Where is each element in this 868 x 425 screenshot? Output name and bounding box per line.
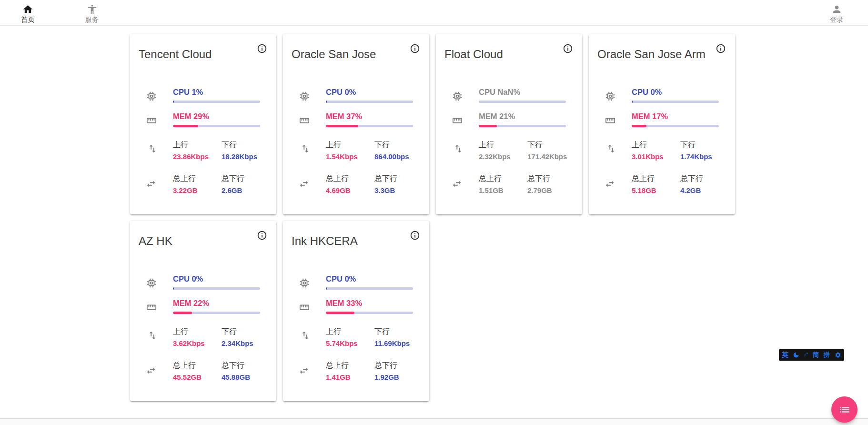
total-upload-label: 总上行 xyxy=(173,361,221,370)
net-upload: 上行 2.32Kbps xyxy=(479,140,526,161)
cpu-progress-bar xyxy=(632,101,719,103)
total-upload-label: 总上行 xyxy=(326,361,373,370)
cpu-chip-icon xyxy=(299,91,310,101)
server-list-fab[interactable] xyxy=(831,396,858,423)
upload-label: 上行 xyxy=(173,140,221,149)
mem-usage-text: MEM 29% xyxy=(173,112,209,121)
download-label: 下行 xyxy=(374,327,422,336)
info-icon xyxy=(716,43,726,54)
settings-gear-icon[interactable] xyxy=(835,352,841,358)
net-upload: 上行 5.74Kbps xyxy=(326,327,373,347)
ruler-icon xyxy=(605,115,616,126)
cpu-progress-bar xyxy=(173,101,260,103)
upload-label: 上行 xyxy=(632,140,679,149)
nav-login-label: 登录 xyxy=(830,16,844,23)
cpu-usage-text: CPU NaN% xyxy=(479,88,520,97)
net-upload: 上行 23.86Kbps xyxy=(173,140,221,161)
mem-usage-text: MEM 21% xyxy=(479,112,515,121)
download-speed: 864.00bps xyxy=(374,152,422,161)
download-label: 下行 xyxy=(222,327,269,336)
info-button[interactable] xyxy=(256,230,268,242)
download-speed: 1.74Kbps xyxy=(680,152,728,161)
updown-arrows-icon xyxy=(300,143,311,154)
leftright-arrows-icon xyxy=(605,179,615,189)
updown-arrows-icon xyxy=(147,330,158,341)
ime-language-toggle[interactable]: 英 xyxy=(782,352,788,358)
info-icon xyxy=(410,43,420,54)
mem-progress-bar xyxy=(326,125,413,127)
total-download: 总下行 45.88GB xyxy=(222,361,269,381)
total-upload: 总上行 3.22GB xyxy=(173,174,221,194)
cpu-usage-text: CPU 0% xyxy=(326,274,356,283)
cpu-usage-text: CPU 0% xyxy=(632,88,662,97)
net-download: 下行 1.74Kbps xyxy=(680,140,728,161)
total-upload: 总上行 5.18GB xyxy=(632,174,679,194)
total-download-value: 4.2GB xyxy=(680,186,728,194)
server-card: Oracle San Jose CPU 0% MEM 37% 上行 1.54Kb… xyxy=(283,34,429,214)
mem-usage-text: MEM 22% xyxy=(173,299,209,308)
upload-label: 上行 xyxy=(326,140,373,149)
nav-item-home[interactable]: 首页 xyxy=(12,4,43,23)
leftright-arrows-icon xyxy=(299,365,309,376)
total-upload: 总上行 4.69GB xyxy=(326,174,373,194)
net-download: 下行 11.69Kbps xyxy=(374,327,422,347)
ime-status-bar: 英 ·' 简 拼 xyxy=(779,349,844,361)
ime-pinyin-toggle[interactable]: 拼 xyxy=(824,352,830,358)
nav-item-login[interactable]: 登录 xyxy=(821,4,852,23)
cpu-progress-fill xyxy=(632,101,633,103)
info-button[interactable] xyxy=(409,230,421,242)
leftright-arrows-icon xyxy=(299,179,309,189)
list-icon xyxy=(838,404,851,416)
nav-item-services[interactable]: 服务 xyxy=(77,4,107,23)
server-name: Oracle San Jose Arm xyxy=(597,48,706,61)
cpu-progress-fill xyxy=(326,287,327,290)
mem-progress-fill xyxy=(326,125,358,127)
total-upload: 总上行 1.51GB xyxy=(479,174,526,194)
upload-speed: 3.01Kbps xyxy=(632,152,679,161)
total-upload-label: 总上行 xyxy=(173,174,221,183)
total-upload-value: 5.18GB xyxy=(632,186,679,194)
server-name: Oracle San Jose xyxy=(292,48,376,61)
cpu-progress-bar xyxy=(326,101,413,103)
server-card: Oracle San Jose Arm CPU 0% MEM 17% 上行 3.… xyxy=(589,34,735,214)
total-download-label: 总下行 xyxy=(680,174,728,183)
info-button[interactable] xyxy=(409,43,421,55)
total-download-value: 2.79GB xyxy=(527,186,575,194)
cpu-progress-bar xyxy=(326,287,413,290)
info-button[interactable] xyxy=(715,43,727,55)
cpu-progress-bar xyxy=(479,101,566,103)
info-icon xyxy=(410,230,420,241)
net-upload: 上行 3.01Kbps xyxy=(632,140,679,161)
total-download: 总下行 2.79GB xyxy=(527,174,575,194)
info-button[interactable] xyxy=(256,43,268,55)
cpu-progress-bar xyxy=(173,287,260,290)
ruler-icon xyxy=(452,115,463,126)
nav-home-label: 首页 xyxy=(21,16,35,23)
cpu-chip-icon xyxy=(452,91,463,101)
total-download: 总下行 2.6GB xyxy=(222,174,269,194)
server-card: Tencent Cloud CPU 1% MEM 29% 上行 23.86Kbp… xyxy=(130,34,276,214)
ime-simplified-toggle[interactable]: 简 xyxy=(812,352,819,358)
download-label: 下行 xyxy=(374,140,422,149)
upload-label: 上行 xyxy=(326,327,373,336)
crescent-moon-icon[interactable] xyxy=(793,352,799,358)
server-name: AZ HK xyxy=(139,234,172,248)
download-label: 下行 xyxy=(222,140,269,149)
mem-progress-fill xyxy=(632,125,646,127)
download-speed: 2.34Kbps xyxy=(222,339,269,347)
mem-progress-fill xyxy=(326,312,354,314)
upload-label: 上行 xyxy=(479,140,526,149)
mem-progress-bar xyxy=(326,312,413,314)
ruler-icon xyxy=(146,115,157,126)
net-download: 下行 171.42Kbps xyxy=(527,140,575,161)
info-button[interactable] xyxy=(562,43,574,55)
cpu-progress-fill xyxy=(173,287,174,290)
total-download-value: 3.3GB xyxy=(374,186,422,194)
ime-punctuation-toggle[interactable]: ·' xyxy=(804,352,808,358)
total-upload-label: 总上行 xyxy=(479,174,526,183)
total-download-label: 总下行 xyxy=(374,361,422,370)
server-card: AZ HK CPU 0% MEM 22% 上行 3.62Kbps 下行 2.34… xyxy=(130,221,276,401)
total-download-value: 45.88GB xyxy=(222,373,269,381)
ruler-icon xyxy=(299,115,310,126)
mem-progress-bar xyxy=(632,125,719,127)
